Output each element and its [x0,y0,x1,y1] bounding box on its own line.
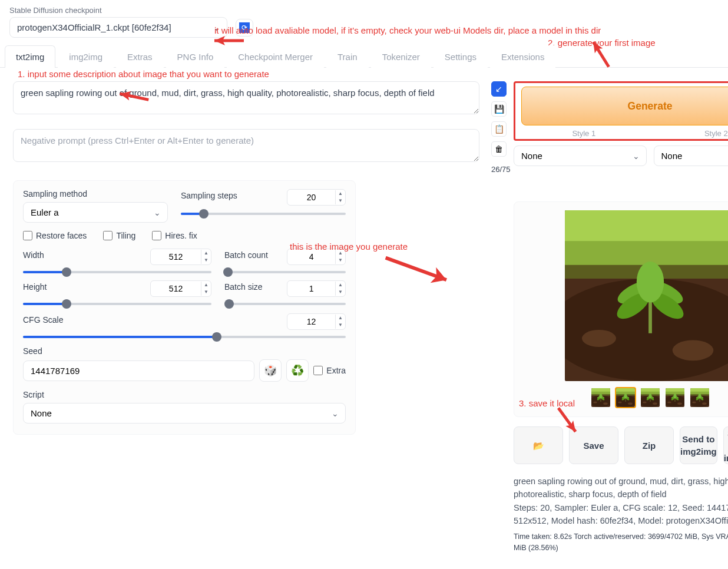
thumb-3[interactable] [640,387,661,408]
arrow-icon: ↙ [495,84,502,94]
tab-extras[interactable]: Extras [116,45,164,68]
tab-train[interactable]: Train [326,45,369,68]
folder-icon: 📂 [533,439,544,452]
thumb-2[interactable] [615,387,636,408]
tab-settings[interactable]: Settings [434,45,488,68]
style1-select[interactable]: None [514,145,647,166]
batch-size-label: Batch size [224,282,263,292]
tiling-check[interactable]: Tiling [103,231,135,240]
result-card: ✕ 3. save it local [514,201,728,417]
tab-tokenizer[interactable]: Tokenizer [371,45,431,68]
generate-button[interactable]: Generate [521,87,728,125]
step-up[interactable]: ▲ [336,190,345,197]
params-card: Sampling method Euler a⌄ Sampling steps … [13,180,356,435]
cfg-slider[interactable] [23,336,346,338]
tabs-bar: txt2img img2img Extras PNG Info Checkpoi… [0,45,728,68]
width-slider[interactable] [23,271,211,273]
seed-input[interactable] [23,360,254,381]
style1-label: Style 1 [521,129,647,138]
save-prompt-button[interactable]: 💾 [491,101,507,117]
sampling-method-label: Sampling method [23,189,168,199]
annotation-top: it will auto load avaliable model, if it… [214,25,719,35]
sampling-steps-label: Sampling steps [181,191,237,200]
zip-button[interactable]: Zip [624,426,674,464]
batch-size-slider[interactable] [224,303,346,305]
save-button[interactable]: Save [569,426,618,464]
send-inpaint-button[interactable]: Send to inpaint [723,426,728,464]
height-label: Height [23,282,47,292]
batch-count-slider[interactable] [224,271,346,273]
clear-button[interactable]: 🗑 [491,141,507,157]
reuse-seed-button[interactable]: ♻️ [286,359,309,382]
interrogate-clip-button[interactable]: ↙ [491,81,507,97]
style2-label: Style 2 [654,129,728,138]
trash-icon: 🗑 [495,144,503,154]
width-label: Width [23,250,44,260]
sampling-steps-input[interactable] [287,193,335,202]
script-label: Script [23,390,346,399]
result-prompt-echo: green sapling rowing out of ground, mud,… [514,475,728,501]
footer: API• Github• Gradio• Reload UI python: 3… [0,564,728,569]
clipboard-icon: 📋 [494,124,504,134]
tab-pnginfo[interactable]: PNG Info [166,45,225,68]
thumb-5[interactable] [689,387,710,408]
thumb-1[interactable] [590,387,611,408]
batch-count-input[interactable] [287,252,335,262]
batch-count-label: Batch count [224,250,268,260]
result-perf: Time taken: 8.62s Torch active/reserved:… [514,531,728,554]
negative-prompt-input[interactable] [13,129,479,162]
generated-image[interactable] [565,210,728,381]
random-seed-button[interactable]: 🎲 [259,359,282,382]
width-input[interactable] [151,252,201,262]
thumb-4[interactable] [664,387,686,408]
result-params: Steps: 20, Sampler: Euler a, CFG scale: … [514,501,728,528]
sampling-method-select[interactable]: Euler a [23,202,168,223]
sampling-steps-slider[interactable] [181,213,346,215]
annotation-step1: 1. input some description about image th… [0,68,728,81]
tab-img2img[interactable]: img2img [58,45,114,68]
token-count: 26/75 [491,165,511,174]
cfg-input[interactable] [287,317,335,326]
extra-seed-check[interactable]: Extra [313,366,346,375]
hires-fix-check[interactable]: Hires. fix [152,231,197,240]
checkpoint-label: Stable Diffusion checkpoint [9,6,227,15]
script-select[interactable]: None [23,403,346,424]
recycle-icon: ♻️ [291,364,304,377]
checkpoint-select[interactable]: protogenX34OfficialR_1.ckpt [60fe2f34] [9,17,227,38]
height-slider[interactable] [23,303,211,305]
batch-size-input[interactable] [287,284,335,293]
dice-icon: 🎲 [264,364,277,377]
cfg-label: CFG Scale [23,315,63,325]
open-folder-button[interactable]: 📂 [514,426,563,464]
style2-select[interactable]: None [654,145,728,166]
restore-faces-check[interactable]: Restore faces [23,231,87,240]
send-img2img-button[interactable]: Send to img2img [680,426,717,464]
seed-label: Seed [23,346,346,356]
tab-extensions[interactable]: Extensions [490,45,555,68]
height-input[interactable] [151,284,201,293]
tab-txt2img[interactable]: txt2img [5,45,55,68]
prompt-input[interactable]: green sapling rowing out of ground, mud,… [13,81,479,114]
step-down[interactable]: ▼ [336,197,345,204]
save-icon: 💾 [494,104,504,114]
clipboard-button[interactable]: 📋 [491,121,507,137]
tab-ckpt-merger[interactable]: Checkpoint Merger [227,45,324,68]
